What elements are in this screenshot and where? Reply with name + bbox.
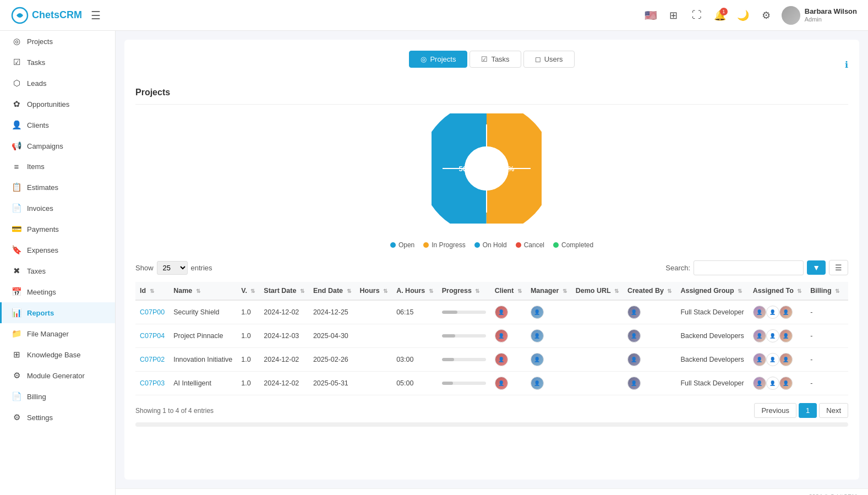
cell-created-by: 👤 <box>623 348 676 372</box>
hamburger-menu[interactable]: ☰ <box>91 9 101 22</box>
tabs: ◎ Projects ☑ Tasks ◻ Users <box>409 51 574 68</box>
sidebar-item-meetings[interactable]: 📅 Meetings <box>0 281 115 302</box>
page-1-button[interactable]: 1 <box>799 403 817 418</box>
cell-billing: - <box>806 348 844 372</box>
col-price[interactable]: Price ⇅ <box>844 282 848 300</box>
user-profile[interactable]: Barbara Wilson Admin <box>782 6 857 25</box>
cell-version: 1.0 <box>237 372 259 395</box>
cell-price <box>844 372 848 395</box>
cell-end-date: 2025-04-30 <box>309 324 356 348</box>
sidebar-item-reports[interactable]: 📊 Reports <box>0 302 115 323</box>
settings-icon: ⚙ <box>12 412 21 422</box>
sidebar-item-tasks[interactable]: ☑ Tasks <box>0 52 115 73</box>
sidebar-item-payments[interactable]: 💳 Payments <box>0 219 115 240</box>
cell-assigned-group: Full Stack Developer <box>676 372 748 395</box>
col-id[interactable]: Id ⇅ <box>135 282 169 300</box>
chart-legend: Open In Progress On Hold Cancel <box>390 241 593 249</box>
cell-id: C07P02 <box>135 348 169 372</box>
knowledge-base-icon: ⊞ <box>12 350 21 360</box>
sidebar-item-opportunities[interactable]: ✿ Opportunities <box>0 94 115 115</box>
notifications-bell[interactable]: 🔔 1 <box>712 8 728 23</box>
filter-button[interactable]: ▼ <box>807 260 826 275</box>
tasks-icon: ☑ <box>12 57 21 67</box>
cell-id: C07P00 <box>135 300 169 324</box>
sidebar-item-expenses[interactable]: 🔖 Expenses <box>0 240 115 260</box>
sidebar-item-taxes[interactable]: ✖ Taxes <box>0 260 115 281</box>
cell-name: Security Shield <box>169 300 237 324</box>
fullscreen-toggle[interactable]: ⛶ <box>689 8 705 23</box>
col-demo-url[interactable]: Demo URL ⇅ <box>571 282 623 300</box>
sidebar-item-campaigns[interactable]: 📢 Campaigns <box>0 135 115 156</box>
cell-hours <box>356 324 392 348</box>
cell-a-hours: 03:00 <box>392 348 438 372</box>
legend-completed: Completed <box>553 241 593 249</box>
tab-projects[interactable]: ◎ Projects <box>409 51 467 68</box>
sidebar-item-projects[interactable]: ◎ Projects <box>0 31 115 52</box>
column-toggle-button[interactable]: ☰ <box>829 260 848 275</box>
sidebar-item-invoices[interactable]: 📄 Invoices <box>0 198 115 219</box>
horizontal-scrollbar[interactable] <box>135 422 848 427</box>
pie-chart: 50.0% 50.0% <box>432 113 553 235</box>
col-progress[interactable]: Progress ⇅ <box>438 282 490 300</box>
project-id-link[interactable]: C07P02 <box>140 356 165 363</box>
cell-price <box>844 324 848 348</box>
project-id-link[interactable]: C07P04 <box>140 332 165 340</box>
table-row: C07P02 Innovation Initiative 1.0 2024-12… <box>135 348 848 372</box>
col-hours[interactable]: Hours ⇅ <box>356 282 392 300</box>
showing-text: Showing 1 to 4 of 4 entries <box>135 407 214 415</box>
sidebar-item-knowledge-base[interactable]: ⊞ Knowledge Base <box>0 344 115 365</box>
col-a-hours[interactable]: A. Hours ⇅ <box>392 282 438 300</box>
legend-dot-cancel <box>516 242 521 248</box>
cell-assigned-to: 👤👤👤 <box>749 324 806 348</box>
legend-in-progress: In Progress <box>423 241 465 249</box>
cell-assigned-to: 👤👤👤 <box>749 348 806 372</box>
col-manager[interactable]: Manager ⇅ <box>526 282 571 300</box>
cell-hours <box>356 348 392 372</box>
project-id-link[interactable]: C07P00 <box>140 308 165 316</box>
cell-assigned-to: 👤👤👤 <box>749 372 806 395</box>
next-button[interactable]: Next <box>819 403 848 418</box>
cell-version: 1.0 <box>237 348 259 372</box>
col-start-date[interactable]: Start Date ⇅ <box>259 282 309 300</box>
col-billing[interactable]: Billing ⇅ <box>806 282 844 300</box>
previous-button[interactable]: Previous <box>754 403 796 418</box>
table-row: C07P03 AI Intelligent 1.0 2024-12-02 202… <box>135 372 848 395</box>
sidebar-item-clients[interactable]: 👤 Clients <box>0 115 115 135</box>
col-created-by[interactable]: Created By ⇅ <box>623 282 676 300</box>
sidebar-item-file-manager[interactable]: 📁 File Manager <box>0 323 115 344</box>
info-icon[interactable]: ℹ <box>845 59 848 70</box>
search-input[interactable] <box>694 260 804 275</box>
cell-billing: - <box>806 324 844 348</box>
col-client[interactable]: Client ⇅ <box>490 282 526 300</box>
cell-id: C07P04 <box>135 324 169 348</box>
entries-select[interactable]: 25 50 100 <box>157 261 188 275</box>
sidebar-item-items[interactable]: ≡ Items <box>0 156 115 177</box>
cell-end-date: 2024-12-25 <box>309 300 356 324</box>
reports-icon: 📊 <box>12 308 21 318</box>
cell-end-date: 2025-02-26 <box>309 348 356 372</box>
sidebar-item-module-generator[interactable]: ⚙ Module Generator <box>0 365 115 386</box>
col-version[interactable]: V. ⇅ <box>237 282 259 300</box>
cell-progress <box>438 348 490 372</box>
tab-tasks[interactable]: ☑ Tasks <box>470 51 521 68</box>
language-selector[interactable]: 🇺🇸 <box>643 8 658 23</box>
module-generator-icon: ⚙ <box>12 371 21 380</box>
col-end-date[interactable]: End Date ⇅ <box>309 282 356 300</box>
apps-grid[interactable]: ⊞ <box>666 8 681 23</box>
search-group: Search: ▼ ☰ <box>665 260 848 275</box>
cell-manager: 👤 <box>526 324 571 348</box>
pagination: Previous 1 Next <box>754 403 848 418</box>
tab-users[interactable]: ◻ Users <box>523 51 575 68</box>
dark-mode-toggle[interactable]: 🌙 <box>735 8 751 23</box>
col-assigned-group[interactable]: Assigned Group ⇅ <box>676 282 748 300</box>
sidebar-item-estimates[interactable]: 📋 Estimates <box>0 177 115 198</box>
col-name[interactable]: Name ⇅ <box>169 282 237 300</box>
settings-gear[interactable]: ⚙ <box>758 8 774 23</box>
projects-table: Id ⇅ Name ⇅ V. ⇅ Start Date ⇅ End Date ⇅… <box>135 282 848 395</box>
col-assigned-to[interactable]: Assigned To ⇅ <box>749 282 806 300</box>
sidebar-item-settings[interactable]: ⚙ Settings <box>0 407 115 428</box>
sidebar-item-billing[interactable]: 📄 Billing <box>0 386 115 407</box>
legend-dot-completed <box>553 242 559 248</box>
sidebar-item-leads[interactable]: ⬡ Leads <box>0 73 115 94</box>
project-id-link[interactable]: C07P03 <box>140 379 165 387</box>
